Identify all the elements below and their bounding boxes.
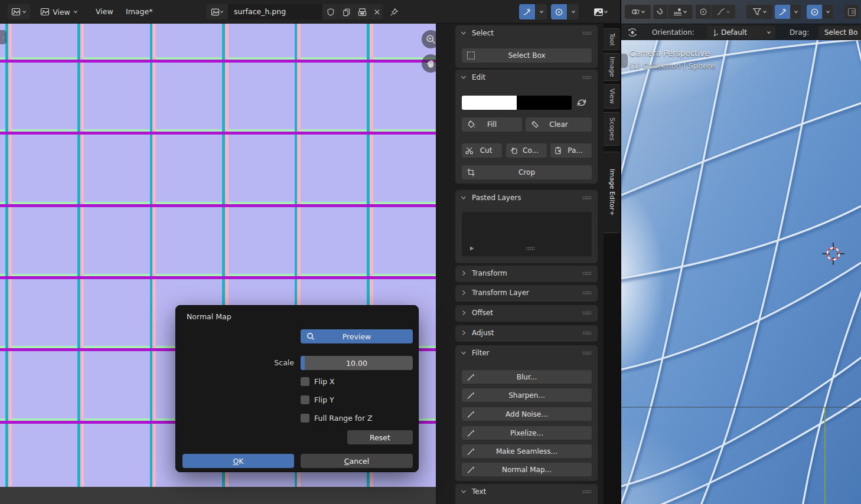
proportional-toggle-blue[interactable] [807,5,822,19]
toolbar-expand-arrow[interactable]: › [0,30,6,44]
select-box-button[interactable]: Select Box [462,48,592,63]
panel-edit: Edit Fill Clear Cut [455,70,598,184]
fake-user-button[interactable] [322,4,338,19]
panel-grip[interactable] [582,490,592,494]
proportional-options-dropdown-3d[interactable] [823,5,833,19]
hand-icon [426,59,436,68]
panel-grip[interactable] [582,351,592,355]
dialog-title: Normal Map [187,312,231,321]
tab-image-editor-plus[interactable]: Image Editor+ [604,152,621,233]
image-editor-icon [11,7,21,17]
sharpen-button[interactable]: Sharpen... [462,388,592,402]
snap-options-dropdown-3d[interactable] [791,5,801,19]
fill-button[interactable]: Fill [462,117,522,132]
list-grip[interactable] [526,247,535,251]
window-button[interactable] [844,5,859,19]
add-noise-button[interactable]: Add Noise... [462,407,592,421]
editor-type-dropdown[interactable] [8,4,30,19]
panel-select-header[interactable]: Select [455,25,598,41]
wand-icon [467,428,475,437]
reset-button[interactable]: Reset [347,430,413,444]
snap-with-dropdown[interactable] [668,5,693,19]
preview-label: Preview [343,332,371,341]
gizmo-dropdown[interactable] [625,5,651,19]
flip-y-checkbox[interactable] [301,395,309,404]
panel-grip[interactable] [582,311,592,315]
paste-button[interactable]: Pa... [550,143,592,158]
drag-dropdown[interactable]: Select Bo [818,26,861,39]
flip-x-checkbox[interactable] [301,377,309,386]
swap-colors-button[interactable] [575,96,588,112]
snap-magnet-toggle[interactable] [653,5,667,19]
chevron-down-icon [539,10,544,14]
viewport-3d[interactable]: Orientation: Default Drag: Select Bo Cam… [621,0,861,504]
panel-transform[interactable]: Transform [455,266,598,282]
chevron-down-icon [571,10,576,14]
pin-button[interactable] [387,4,400,19]
panel-grip[interactable] [582,331,592,335]
copy-button[interactable]: Co... [506,143,547,158]
sidebar-expand-arrow[interactable]: ‹ [621,54,628,68]
tab-scopes[interactable]: Scopes [604,112,621,146]
falloff-curve-icon [717,8,725,16]
shield-icon [327,8,335,17]
pixelize-button[interactable]: Pixelize... [462,426,592,440]
proportional-options-dropdown[interactable] [568,4,579,19]
full-range-checkbox[interactable] [301,414,309,423]
cancel-button[interactable]: Cancel [301,454,413,468]
tab-tool[interactable]: Tool [604,28,621,50]
scale-slider[interactable]: 10.00 [301,356,413,370]
panel-grip[interactable] [582,196,592,200]
menu-image[interactable]: Image* [126,0,152,24]
menu-view[interactable]: View [96,0,113,24]
make-seamless-button[interactable]: Make Seamless... [462,444,592,458]
panel-grip[interactable] [582,291,592,295]
foreground-color-swatch[interactable] [462,96,517,110]
tab-image[interactable]: Image [604,53,621,81]
render-slot-dropdown[interactable] [590,4,611,19]
wand-icon [467,410,475,418]
unlink-image-button[interactable] [371,4,383,19]
orientation-dropdown[interactable]: Default [707,26,775,39]
panel-transform-layer[interactable]: Transform Layer [455,285,598,302]
pasted-layers-list[interactable] [462,212,592,256]
normal-map-button[interactable]: Normal Map... [462,463,592,476]
clear-button[interactable]: Clear [526,117,592,132]
panel-pasted-layers-header[interactable]: Pasted Layers [455,190,598,206]
tab-view[interactable]: View [604,84,621,109]
panel-filter-header[interactable]: Filter [455,345,598,361]
cut-button[interactable]: Cut [462,143,502,158]
falloff-dropdown[interactable] [712,5,735,19]
browse-image-dropdown[interactable] [206,4,228,19]
new-image-button[interactable] [339,4,354,19]
panel-edit-header[interactable]: Edit [455,70,598,86]
pack-image-button[interactable] [354,4,370,19]
panel-text[interactable]: Text [455,484,598,504]
snap-icon [778,8,787,17]
snap-toggle-3d[interactable] [775,5,790,19]
blur-button[interactable]: Blur... [462,370,592,384]
image-name-field[interactable]: surface_h.png [228,4,322,19]
panel-filter: Filter Blur... Sharpen... Add Noise... P… [455,345,598,481]
panel-grip[interactable] [582,271,592,276]
drag-value: Select Bo [824,28,857,37]
visibility-filter-dropdown[interactable] [746,5,772,19]
panel-grip[interactable] [582,76,592,80]
crop-button[interactable]: Crop [462,165,592,179]
panel-adjust[interactable]: Adjust [455,325,598,342]
background-color-swatch[interactable] [517,96,572,110]
snap-options-dropdown[interactable] [536,4,547,19]
snap-toggle[interactable] [519,4,535,19]
play-icon[interactable] [469,246,475,251]
panel-offset[interactable]: Offset [455,305,598,322]
slider-fill [301,356,305,370]
preview-button[interactable]: Preview [301,329,413,343]
display-mode-dropdown[interactable]: View [34,4,84,19]
panel-pasted-layers: Pasted Layers [455,190,598,263]
proportional-edit-toggle[interactable] [551,4,567,19]
make-seamless-label: Make Seamless... [496,447,557,456]
panel-grip[interactable] [582,31,592,35]
ok-button[interactable]: OK [182,454,294,468]
proportional-edit-toggle-3d[interactable] [696,5,711,19]
pin-icon [390,8,399,17]
